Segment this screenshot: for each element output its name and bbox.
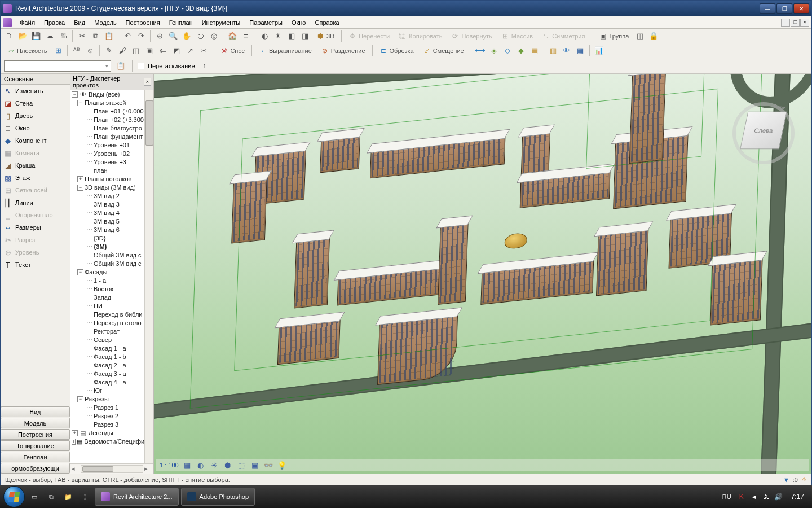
viewcube-face[interactable]: Слева Верх <box>740 112 787 150</box>
expand-icon[interactable]: ▸ <box>144 465 152 473</box>
section-icon[interactable]: ✂ <box>197 45 210 57</box>
tray-network-icon[interactable]: 🖧 <box>762 492 771 501</box>
trim-button[interactable]: ⊏Обрезка <box>376 45 418 57</box>
demolish-button[interactable]: ⚒Снос <box>216 45 249 57</box>
paste-icon[interactable]: 📋 <box>103 30 115 42</box>
viewcube[interactable]: Слева Верх <box>732 102 795 164</box>
schedules-icon[interactable]: 📊 <box>593 45 605 57</box>
tree-item[interactable]: ⋯Юг <box>70 387 144 395</box>
join-icon[interactable]: ▣ <box>143 45 156 57</box>
tree-item[interactable]: +Планы потолков <box>70 175 144 183</box>
match-icon[interactable]: ⎋ <box>84 45 96 57</box>
tree-item[interactable]: ⋯Общий 3М вид с <box>70 260 144 268</box>
model-graphics-icon[interactable]: ◐ <box>196 460 206 470</box>
tree-item[interactable]: ⋯3М вид 2 <box>70 192 144 200</box>
split-button[interactable]: ⊘Разделение <box>317 45 369 57</box>
tree-item[interactable]: ⋯План +01 (±0.000 <box>70 107 144 116</box>
project-tree[interactable]: −👁Виды (все)−Планы этажей⋯План +01 (±0.0… <box>70 90 144 463</box>
collapse-icon[interactable]: ◂ <box>72 465 80 473</box>
menu-edit[interactable]: Правка <box>39 18 69 27</box>
multi-cat-icon[interactable]: ◆ <box>515 45 527 57</box>
close-icon[interactable]: × <box>144 78 151 86</box>
tree-item[interactable]: ⋯Фасад 3 - a <box>70 370 144 378</box>
tree-item[interactable]: ⋯3М вид 3 <box>70 200 144 209</box>
tree-item[interactable]: −Разрезы <box>70 395 144 404</box>
mdi-close[interactable]: ✕ <box>800 19 809 27</box>
shadows-icon[interactable]: ◧ <box>285 30 298 42</box>
tree-item[interactable]: ⋯Разрез 2 <box>70 412 144 421</box>
tray-chevron-icon[interactable]: ◂ <box>749 492 758 501</box>
tree-item[interactable]: ⋯Фасад 1 - b <box>70 353 144 361</box>
reveal-hidden-icon[interactable]: 💡 <box>277 460 287 470</box>
cloud-icon[interactable]: ☁ <box>43 30 56 42</box>
paint-icon[interactable]: 🖌 <box>116 45 129 57</box>
save-icon[interactable]: 💾 <box>30 30 42 42</box>
scale-label[interactable]: 1 : 100 <box>160 462 179 468</box>
pan-icon[interactable]: ✋ <box>180 30 193 42</box>
grid-icon[interactable]: ⊞ <box>52 45 64 57</box>
tree-item[interactable]: +▤Легенды <box>70 429 144 437</box>
copy-icon[interactable]: ⧉ <box>89 30 102 42</box>
design-tool-дверь[interactable]: ▯Дверь <box>1 110 70 122</box>
tree-item[interactable]: ⋯Общий 3М вид с <box>70 251 144 260</box>
spelling-icon[interactable]: ᴬᴮ <box>70 45 83 57</box>
design-tool-крыша[interactable]: ◢Крыша <box>1 159 70 172</box>
tree-item[interactable]: ⋯3М вид 6 <box>70 226 144 234</box>
menu-window[interactable]: Окно <box>287 18 311 27</box>
tree-item[interactable]: ⋯НИ <box>70 302 144 310</box>
tree-item[interactable]: ⋯Запад <box>70 294 144 302</box>
view3d-button[interactable]: ⬢3D <box>312 30 338 42</box>
design-tab[interactable]: Тонирование <box>1 440 70 451</box>
render-icon[interactable]: ◨ <box>299 30 311 42</box>
filter-funnel-icon[interactable]: ▼ <box>783 476 789 483</box>
tag-by-cat-icon[interactable]: ◇ <box>501 45 514 57</box>
drag-icon[interactable]: ⊕ <box>153 30 166 42</box>
tree-item[interactable]: ⋯{3D} <box>70 234 144 243</box>
tag-icon[interactable]: 🏷 <box>157 45 169 57</box>
menu-modelling[interactable]: Построения <box>121 18 165 27</box>
tree-item[interactable]: ⋯План +02 (+3.300 <box>70 116 144 124</box>
design-tool-компонент[interactable]: ◆Компонент <box>1 134 70 147</box>
tree-item[interactable]: −👁Виды (все) <box>70 90 144 99</box>
language-indicator[interactable]: RU <box>720 492 734 501</box>
press-drag-checkbox[interactable] <box>138 63 144 69</box>
design-tool-окно[interactable]: □Окно <box>1 122 70 134</box>
design-tab[interactable]: Вид <box>1 406 70 417</box>
design-tool-стена[interactable]: ◪Стена <box>1 97 70 110</box>
filter-icon[interactable]: ▥ <box>547 45 559 57</box>
scrollbar-vertical[interactable] <box>144 90 153 463</box>
tree-item[interactable]: ⋯3М вид 5 <box>70 217 144 226</box>
workplane-button[interactable]: ▱Плоскость <box>3 45 51 57</box>
tree-item[interactable]: ⋯План благоустро <box>70 124 144 133</box>
hide-isolate-icon[interactable]: 👓 <box>263 460 273 470</box>
shading-icon[interactable]: ◐ <box>258 30 271 42</box>
shadows-icon[interactable]: ☀ <box>209 460 219 470</box>
tree-item[interactable]: ⋯Ректорат <box>70 327 144 336</box>
show-desktop-icon[interactable]: ▭ <box>27 489 42 505</box>
menu-settings[interactable]: Параметры <box>245 18 287 27</box>
design-tab[interactable]: Модель <box>1 418 70 428</box>
tree-item[interactable]: −Планы этажей <box>70 99 144 107</box>
sun-icon[interactable]: ☀ <box>272 30 284 42</box>
menu-view[interactable]: Вид <box>69 18 90 27</box>
zoom-region-icon[interactable]: 🔍 <box>167 30 179 42</box>
spot-icon[interactable]: ◈ <box>488 45 500 57</box>
menu-file[interactable]: Файл <box>15 18 39 27</box>
wheel-icon[interactable]: ◎ <box>208 30 220 42</box>
open-icon[interactable]: 📂 <box>16 30 29 42</box>
crop-region-icon[interactable]: ▣ <box>250 460 260 470</box>
tree-item[interactable]: −Фасады <box>70 268 144 277</box>
dimension-icon[interactable]: ⟷ <box>474 45 487 57</box>
warning-icon[interactable]: ⚠ <box>801 476 807 483</box>
scrollbar-horizontal[interactable] <box>81 465 143 473</box>
arrow-icon[interactable]: ↗ <box>184 45 196 57</box>
properties-icon[interactable]: 📋 <box>114 60 127 72</box>
design-tab[interactable]: Построения <box>1 429 70 440</box>
cut-icon[interactable]: ✂ <box>76 30 88 42</box>
design-tab[interactable]: Генплан <box>1 452 70 462</box>
print-icon[interactable]: 🖶 <box>57 30 69 42</box>
tree-item[interactable]: ⋯3М вид 4 <box>70 209 144 217</box>
menu-model[interactable]: Модель <box>90 18 121 27</box>
menu-tools[interactable]: Инструменты <box>197 18 245 27</box>
tray-volume-icon[interactable]: 🔊 <box>774 492 783 501</box>
